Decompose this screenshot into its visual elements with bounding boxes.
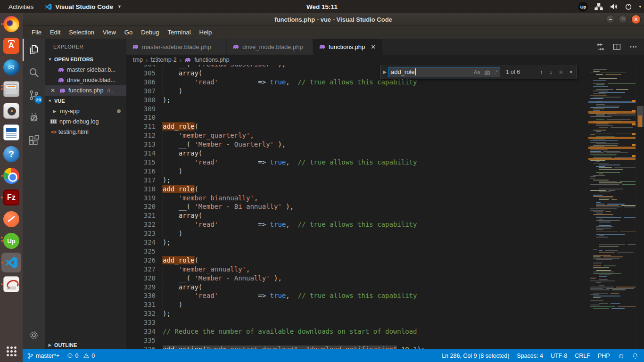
app-menu[interactable]: Visual Studio Code ▼: [40, 3, 126, 10]
close-icon[interactable]: ✕: [49, 87, 57, 94]
network-icon[interactable]: [594, 3, 603, 10]
code-line[interactable]: __( 'Premium Subscriber' ),: [163, 65, 286, 69]
next-match-icon[interactable]: ↓: [550, 68, 553, 75]
minimap[interactable]: [588, 65, 636, 349]
dock-item-files[interactable]: [0, 78, 23, 100]
menu-terminal[interactable]: Terminal: [163, 27, 195, 38]
close-icon[interactable]: ✕: [371, 43, 376, 50]
breadcrumb-functions-php[interactable]: functions.php: [194, 57, 229, 63]
code-line[interactable]: array(: [163, 283, 202, 292]
maximize-button[interactable]: [619, 15, 628, 24]
outline-section-header[interactable]: ▶ OUTLINE: [45, 340, 126, 349]
code-line[interactable]: ): [163, 87, 182, 96]
activity-search[interactable]: [23, 61, 45, 84]
code-line[interactable]: ): [163, 229, 182, 238]
menu-help[interactable]: Help: [195, 27, 216, 38]
open-editor-item[interactable]: master-sidebar.b...: [45, 65, 126, 75]
menu-view[interactable]: View: [99, 27, 120, 38]
code-line[interactable]: 'read' => true, // true allows this capa…: [163, 158, 417, 167]
menu-debug[interactable]: Debug: [137, 27, 163, 38]
code-line[interactable]: add_role(: [163, 256, 198, 265]
scrollbar-thumb[interactable]: [637, 106, 644, 127]
code-line[interactable]: __( 'Member - Annually' ),: [163, 274, 282, 283]
volume-icon[interactable]: [610, 3, 618, 10]
code-line[interactable]: 'read' => true, // true allows this capa…: [163, 78, 417, 87]
tree-item-npm-debug-log[interactable]: npm-debug.log: [45, 116, 126, 127]
tab-drive-mode[interactable]: drive_mode.blade.php: [227, 39, 313, 55]
match-case-icon[interactable]: Aa: [474, 69, 480, 75]
dock-item-ubuntu-software[interactable]: A: [0, 35, 23, 57]
manage-button[interactable]: [23, 327, 45, 344]
code-line[interactable]: __( 'Member - Quarterly' ),: [163, 140, 286, 149]
tree-item-my-app[interactable]: ▶ my-app: [45, 106, 126, 116]
code-line[interactable]: 'read' => true, // true allows this capa…: [163, 220, 417, 229]
show-applications-button[interactable]: [0, 344, 23, 358]
project-section-header[interactable]: ▼ VUE: [45, 96, 126, 106]
menu-go[interactable]: Go: [120, 27, 137, 38]
dock-item-libreoffice-writer[interactable]: [0, 122, 23, 143]
dock-item-rhythmbox[interactable]: [0, 100, 23, 122]
clock[interactable]: Wed 15:11: [306, 3, 338, 10]
code-line[interactable]: );: [163, 176, 171, 185]
close-button[interactable]: ✕: [631, 15, 641, 24]
dock-item-postman[interactable]: [0, 208, 23, 230]
code-line[interactable]: );: [163, 309, 171, 318]
language-mode-status[interactable]: PHP: [594, 349, 614, 362]
tab-master-sidebar[interactable]: master-sidebar.blade.php: [126, 39, 227, 55]
code-line[interactable]: add_action("wpdm_onstart_download", "dow…: [163, 345, 425, 349]
power-icon[interactable]: [625, 3, 632, 10]
notifications-bell-icon[interactable]: [628, 349, 644, 362]
previous-match-icon[interactable]: ↑: [540, 68, 543, 75]
dock-item-filezilla[interactable]: Fz: [0, 187, 23, 208]
eol-status[interactable]: CRLF: [571, 349, 594, 362]
menu-edit[interactable]: Edit: [46, 27, 65, 38]
code-line[interactable]: ): [163, 167, 182, 176]
code-line[interactable]: array(: [163, 211, 202, 220]
tree-item-testing-html[interactable]: <> testing.html: [45, 127, 126, 137]
code-line[interactable]: array(: [163, 149, 202, 158]
feedback-smiley-icon[interactable]: ☺: [614, 349, 628, 362]
dock-item-chrome[interactable]: [0, 165, 23, 187]
code-line[interactable]: );: [163, 238, 171, 247]
vertical-scrollbar[interactable]: [636, 65, 644, 349]
find-input[interactable]: add_role Aa ab .*: [388, 67, 500, 77]
dock-item-help[interactable]: ?: [0, 143, 23, 165]
open-editor-item-active[interactable]: ✕ functions.php /t...: [45, 85, 126, 96]
dock-item-vscode[interactable]: [0, 252, 23, 273]
menu-selection[interactable]: Selection: [65, 27, 98, 38]
open-editor-item[interactable]: drive_mode.blad...: [45, 75, 126, 85]
window-title-bar[interactable]: functions.php - vue - Visual Studio Code…: [23, 13, 644, 26]
problems-status[interactable]: 0 0: [63, 349, 99, 362]
activity-explorer[interactable]: [23, 39, 45, 61]
code-line[interactable]: 'member_biannually',: [163, 194, 258, 203]
find-in-selection-icon[interactable]: ≡: [559, 68, 563, 75]
close-find-icon[interactable]: ×: [570, 68, 573, 75]
breadcrumb-tmp[interactable]: tmp: [133, 57, 143, 63]
code-line[interactable]: // Reduce the number of available downlo…: [163, 327, 417, 336]
find-expand-icon[interactable]: ▶: [381, 69, 388, 74]
activity-extensions[interactable]: [23, 129, 45, 152]
activity-source-control[interactable]: 20: [23, 84, 45, 107]
code-content[interactable]: __( 'Premium Subscriber' ), array( 'read…: [126, 65, 588, 349]
open-editors-header[interactable]: ▼ OPEN EDITORS: [45, 54, 126, 65]
code-line[interactable]: ): [163, 300, 182, 309]
more-actions-icon[interactable]: [629, 43, 637, 51]
dock-item-upwork[interactable]: Up: [0, 230, 23, 252]
upwork-tray-icon[interactable]: Up: [578, 2, 588, 12]
cursor-position-status[interactable]: Ln 286, Col 9 (8 selected): [438, 349, 513, 362]
code-line[interactable]: __( 'Member - Bi annually' ),: [163, 202, 294, 211]
minimize-button[interactable]: −: [606, 15, 615, 24]
regex-icon[interactable]: .*: [495, 69, 498, 75]
menu-file[interactable]: File: [27, 27, 46, 38]
code-editor[interactable]: 3043053063073083093103113123133143153163…: [126, 65, 644, 349]
open-changes-icon[interactable]: [596, 43, 604, 51]
encoding-status[interactable]: UTF-8: [547, 349, 571, 362]
git-branch-status[interactable]: master*+: [23, 349, 63, 362]
activity-debug[interactable]: [23, 107, 45, 129]
code-line[interactable]: 'member_annually',: [163, 265, 250, 274]
code-line[interactable]: add_role(: [163, 122, 198, 131]
code-line[interactable]: array(: [163, 69, 202, 78]
tab-functions-php[interactable]: functions.php ✕: [313, 39, 383, 55]
code-line[interactable]: 'read' => true, // true allows this capa…: [163, 291, 417, 300]
dock-item-firefox[interactable]: [0, 13, 23, 35]
